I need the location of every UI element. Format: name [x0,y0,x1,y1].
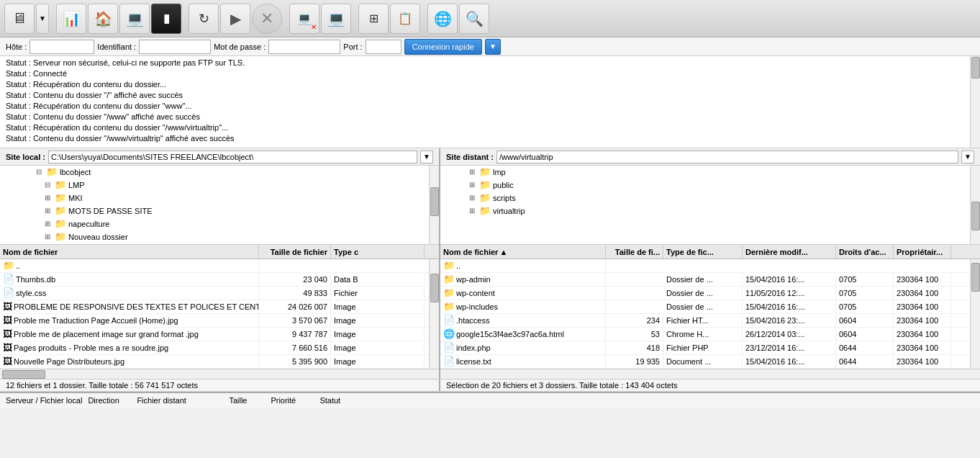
remote-file-scrollbar[interactable] [970,259,980,369]
local-file-scrollbar[interactable] [429,259,439,369]
motdepasse-label: Mot de passe : [214,42,266,51]
hote-label: Hôte : [6,42,27,51]
local-tree-container: ⊟📁lbcobject⊟📁LMP⊞📁MKI⊞📁MOTS DE PASSE SIT… [0,166,439,243]
remote-col-perms[interactable]: Droits d'ac... [836,245,894,259]
remote-col-size[interactable]: Taille de fi... [606,245,663,259]
local-file-row[interactable]: 🖼Proble me de placement image sur grand … [0,328,439,341]
local-tree-item[interactable]: ⊞📁MKI [0,192,439,205]
remote-file-row[interactable]: 📁wp-admin Dossier de ... 15/04/2016 16:.… [440,273,980,287]
local-panel-header: Site local : ▼ [0,148,439,166]
port-input[interactable] [366,40,401,54]
local-col-name[interactable]: Nom de fichier [0,245,259,259]
queue-col-server: Serveur / Fichier local [6,396,82,405]
remote-h-scrollbar[interactable] [440,369,980,379]
refresh-button[interactable]: ↻ [189,4,219,34]
play-button[interactable]: ▶ [220,4,250,34]
hote-input[interactable] [30,40,94,54]
status-log: Statut : Serveur non sécurisé, celui-ci … [0,56,980,148]
connection-bar: Hôte : Identifiant : Mot de passe : Port… [0,37,980,56]
local-h-scrollbar[interactable] [0,369,439,379]
queue-col-remote: Fichier distant [137,396,223,405]
compare-button[interactable]: 📋 [390,4,420,34]
local-file-row[interactable]: 📁.. [0,259,439,273]
remote-tree-item[interactable]: ⊞📁lmp [440,166,980,179]
remote-tree-item[interactable]: ⊞📁virtualtrip [440,205,980,217]
status-line: Statut : Récupération du contenu du doss… [6,101,974,112]
local-file-row[interactable]: 📄Thumbs.db 23 040 Data B [0,273,439,287]
local-tree-item[interactable]: ⊞📁MOTS DE PASSE SITE [0,205,439,217]
remote-col-owner[interactable]: Propriétair... [894,245,951,259]
terminal-button[interactable]: ▮ [151,4,181,34]
local-file-row[interactable]: 🖼Nouvelle Page Distributeurs.jpg 5 395 9… [0,355,439,369]
home-button[interactable]: 🏠 [88,4,118,34]
status-line: Statut : Connecté [6,68,974,79]
status-line: Statut : Contenu du dossier "/www/virtua… [6,133,974,144]
remote-panel: Site distant : ▼ ⊞📁lmp⊞📁public⊞📁scripts⊞… [440,148,980,379]
remote-file-row[interactable]: 📁.. [440,259,980,273]
panels: Site local : ▼ ⊟📁lbcobject⊟📁LMP⊞📁MKI⊞📁MO… [0,148,980,379]
local-panel-label: Site local : [6,153,45,161]
local-file-scrollbar-thumb[interactable] [430,274,439,302]
local-path-dropdown[interactable]: ▼ [420,151,433,163]
site-manager-button[interactable]: 🖥 [4,4,35,34]
grid-button[interactable]: ⊞ [358,4,389,34]
motdepasse-input[interactable] [268,40,340,54]
monitor-button[interactable]: 📊 [56,4,86,34]
remote-file-row[interactable]: 📁wp-content Dossier de ... 11/05/2016 12… [440,287,980,300]
local-tree-item[interactable]: ⊟📁LMP [0,179,439,192]
connexion-dropdown-button[interactable]: ▼ [485,39,501,55]
status-line: Statut : Récupération du contenu du doss… [6,79,974,90]
local-path-input[interactable] [48,151,417,163]
remote-tree-item[interactable]: ⊞📁public [440,179,980,192]
local-tree: ⊟📁lbcobject⊟📁LMP⊞📁MKI⊞📁MOTS DE PASSE SIT… [0,166,439,245]
local-tree-scrollbar-thumb[interactable] [430,187,439,216]
local-file-list-header: Nom de fichier Taille de fichier Type c [0,245,439,259]
status-scrollbar-thumb[interactable] [971,57,980,78]
disconnect-button[interactable]: 💻✕ [289,4,319,34]
local-tree-item[interactable]: ⊞📁Nouveau dossier [0,230,439,243]
queue-col-status: Statut [319,396,363,405]
remote-col-date[interactable]: Dernière modif... [743,245,836,259]
status-scrollbar[interactable] [970,56,980,148]
local-files-container: 📁.. 📄Thumbs.db 23 040 Data B 📄style.css … [0,259,439,369]
identifiant-label: Identifiant : [97,42,136,51]
local-file-row[interactable]: 📄style.css 49 833 Fichier [0,287,439,300]
local-tree-scrollbar[interactable] [429,166,439,244]
remote-path-dropdown[interactable]: ▼ [961,151,974,163]
search-button[interactable]: 🔍 [459,4,489,34]
connexion-rapide-button[interactable]: Connexion rapide [404,39,482,55]
remote-file-row[interactable]: 📄index.php 418 Fichier PHP 23/12/2014 16… [440,341,980,355]
remote-summary: Sélection de 20 fichiers et 3 dossiers. … [440,380,980,391]
remote-file-row[interactable]: 🌐google15c3f4ae3c97ac6a.html 53 Chrome H… [440,328,980,341]
local-file-row[interactable]: 🖼PROBLEME DE RESPONSIVE DES TEXTES ET PO… [0,300,439,314]
queue-col-size: Taille [229,396,265,405]
local-col-type[interactable]: Type c [331,245,425,259]
remote-h-thumb[interactable] [2,370,45,379]
toolbar: 🖥 ▼ 📊 🏠 💻 ▮ ↻ ▶ ✕ 💻✕ 💻 ⊞ 📋 🌐 🔍 [0,0,980,37]
remote-col-name[interactable]: Nom de fichier ▲ [440,245,606,259]
local-col-size[interactable]: Taille de fichier [259,245,331,259]
remote-path-input[interactable] [496,151,958,163]
remote-tree-item[interactable]: ⊞📁scripts [440,192,980,205]
remote-tree-scrollbar-thumb[interactable] [971,202,980,230]
local-tree-item[interactable]: ⊞📁napeculture [0,217,439,230]
cancel-button[interactable]: ✕ [252,4,282,34]
local-file-row[interactable]: 🖼Pages produits - Proble mes a re soudre… [0,341,439,355]
remote-col-type[interactable]: Type de fic... [663,245,743,259]
remote-tree: ⊞📁lmp⊞📁public⊞📁scripts⊞📁virtualtrip [440,166,980,245]
port-label: Port : [343,42,362,51]
remote-file-scrollbar-thumb[interactable] [971,263,980,292]
local-tree-item[interactable]: ⊟📁lbcobject [0,166,439,179]
remote-file-row[interactable]: 📁wp-includes Dossier de ... 15/04/2016 1… [440,300,980,314]
reconnect-button[interactable]: 💻 [321,4,351,34]
local-panel: Site local : ▼ ⊟📁lbcobject⊟📁LMP⊞📁MKI⊞📁MO… [0,148,440,379]
identifiant-input[interactable] [139,40,211,54]
remote-tree-scrollbar[interactable] [970,166,980,244]
remote-file-row[interactable]: 📄.htaccess 234 Fichier HT... 15/04/2016 … [440,314,980,328]
remote-file-row[interactable]: 📄license.txt 19 935 Document ... 15/04/2… [440,355,980,369]
globe-button[interactable]: 🌐 [427,4,458,34]
local-file-row[interactable]: 🖼Proble me Traduction Page Accueil (Home… [0,314,439,328]
site-manager-dropdown[interactable]: ▼ [36,4,49,34]
computer-button[interactable]: 💻 [119,4,150,34]
status-line: Statut : Contenu du dossier "/www" affic… [6,112,974,122]
